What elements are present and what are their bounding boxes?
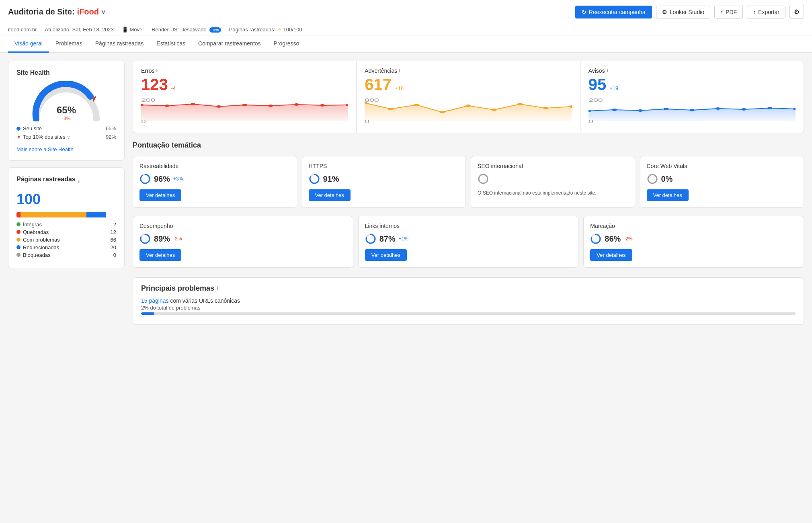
thematic-section: Pontuação temática Rastreabilidade 96% +… — [133, 141, 804, 268]
cwv-circle-icon — [647, 173, 658, 185]
marcacao-details-button[interactable]: Ver detalhes — [590, 249, 632, 261]
score-core-web-vitals: Core Web Vitals 0% Ver detalhes — [640, 156, 804, 208]
metric-advertencias: Advertências ℹ 617 +16 — [357, 61, 580, 133]
svg-point-6 — [242, 104, 247, 106]
header: Auditoria de Site: iFood ∨ ↻ Reexecutar … — [0, 0, 812, 24]
https-details-button[interactable]: Ver detalhes — [309, 189, 351, 201]
rastreabilidade-details-button[interactable]: Ver detalhes — [139, 189, 181, 201]
svg-point-32 — [741, 108, 746, 111]
problem-item: 15 páginas com várias URLs canônicas 2% … — [141, 297, 796, 315]
rastreabilidade-value-row: 96% +3% — [139, 173, 290, 185]
svg-point-4 — [190, 103, 195, 105]
svg-marker-1 — [141, 104, 348, 121]
svg-point-3 — [164, 105, 170, 107]
pages-legend: Íntegras 2 Quebradas 12 Com problemas 66… — [16, 222, 116, 258]
advertencias-chart: 800 0 — [365, 97, 572, 126]
pages-title-row: Páginas rastreadas ℹ — [16, 176, 116, 188]
looker-label: Looker Studio — [670, 9, 704, 15]
score-links-internos: Links internos 87% +1% Ver detalhes — [358, 216, 579, 268]
svg-point-18 — [466, 105, 471, 107]
svg-point-42 — [648, 174, 657, 183]
links-circle-icon — [365, 233, 376, 244]
links-details-button[interactable]: Ver detalhes — [365, 249, 407, 261]
score-seo-internacional: SEO internacional O SEO internacional nã… — [471, 156, 635, 208]
legend-bloqueadas: Bloqueadas 0 — [16, 252, 116, 258]
gauge-percent: 65% — [57, 105, 76, 116]
erros-value-row: 123 -4 — [141, 76, 348, 94]
tab-paginas-rastreadas[interactable]: Páginas rastreadas — [89, 35, 150, 53]
nav-tabs: Visão geral Problemas Páginas rastreadas… — [0, 35, 812, 53]
cwv-details-button[interactable]: Ver detalhes — [647, 189, 689, 201]
tab-estatisticas[interactable]: Estatísticas — [150, 35, 192, 53]
content-grid: Site Health 65% -3% — [8, 61, 804, 325]
desempenho-details-button[interactable]: Ver detalhes — [139, 249, 181, 261]
svg-point-21 — [543, 107, 549, 109]
metric-erros: Erros ℹ 123 -4 — [133, 61, 357, 133]
tab-problemas[interactable]: Problemas — [49, 35, 89, 53]
problems-title: Principais problemas ℹ — [141, 284, 796, 293]
svg-point-27 — [612, 109, 617, 111]
site-health-title: Site Health — [16, 69, 116, 76]
gear-icon: ⚙ — [794, 8, 800, 15]
problem-progress-fill — [141, 312, 154, 315]
problem-progress-bar — [141, 312, 796, 315]
thematic-title: Pontuação temática — [133, 141, 804, 150]
looker-icon: ⚙ — [662, 9, 667, 15]
looker-studio-button[interactable]: ⚙ Looker Studio — [656, 6, 710, 18]
svg-point-33 — [767, 107, 772, 109]
svg-point-19 — [492, 109, 497, 111]
svg-point-5 — [216, 105, 221, 108]
export-label: Exportar — [758, 9, 779, 15]
pdf-button[interactable]: ↑ PDF — [714, 6, 743, 18]
mobile-icon: 📱 — [122, 27, 128, 33]
marcacao-circle-icon — [590, 233, 601, 244]
tab-progresso[interactable]: Progresso — [267, 35, 306, 53]
avisos-label: Avisos ℹ — [588, 68, 796, 74]
header-title-area: Auditoria de Site: iFood ∨ — [8, 7, 105, 16]
pages-crawled-card: Páginas rastreadas ℹ 100 Íntegras 2 Queb… — [8, 167, 125, 268]
gauge-change: -3% — [57, 116, 76, 121]
svg-point-16 — [414, 104, 419, 106]
brand-chevron-icon[interactable]: ∨ — [101, 9, 105, 15]
rerun-campaign-button[interactable]: ↻ Reexecutar campanha — [575, 6, 652, 18]
https-value-row: 91% — [309, 173, 459, 185]
svg-point-29 — [663, 108, 668, 110]
settings-button[interactable]: ⚙ — [789, 5, 804, 19]
pages-info-icon: ℹ — [78, 179, 80, 185]
legend-com-problemas: Com problemas 66 — [16, 237, 116, 243]
legend-quebradas: Quebradas 12 — [16, 229, 116, 235]
tab-visao-geral[interactable]: Visão geral — [8, 35, 49, 53]
score-https: HTTPS 91% Ver detalhes — [302, 156, 466, 208]
brand-name: iFood — [77, 7, 99, 16]
bar-redirected — [86, 212, 107, 217]
problem-link[interactable]: 15 páginas — [141, 297, 169, 304]
avisos-chart: 200 0 — [588, 97, 796, 126]
pages-crawled-title: Páginas rastreadas — [16, 176, 76, 183]
top10-chevron-icon[interactable]: ∨ — [67, 134, 70, 140]
rerun-label: Reexecutar campanha — [589, 9, 646, 15]
export-button[interactable]: ↑ Exportar — [747, 6, 785, 18]
warning-icon: ⚠ — [277, 27, 282, 33]
legend-item-top10: ▼ Top 10% dos sites ∨ 92% — [16, 134, 116, 140]
svg-point-15 — [388, 108, 393, 110]
links-value-row: 87% +1% — [365, 233, 572, 244]
erros-chart: 200 0 — [141, 97, 348, 126]
metrics-row: Erros ℹ 123 -4 — [133, 61, 804, 133]
svg-text:0: 0 — [141, 119, 146, 124]
svg-point-20 — [517, 103, 523, 105]
seo-value-row — [478, 173, 628, 185]
bar-broken — [16, 212, 21, 217]
more-about-site-health-link[interactable]: Mais sobre a Site Health — [16, 146, 74, 152]
new-badge: new — [209, 27, 221, 33]
legend-label-top10: ▼ Top 10% dos sites ∨ — [16, 134, 70, 140]
legend-redirecionadas: Redirecionadas 20 — [16, 244, 116, 250]
tab-comparar[interactable]: Comparar rastreamentos — [192, 35, 267, 53]
pages-bar — [16, 212, 116, 217]
cwv-value-row: 0% — [647, 173, 798, 185]
gauge-center: 65% -3% — [57, 105, 76, 121]
problems-info-icon: ℹ — [217, 286, 219, 291]
dot-problemas — [16, 238, 21, 242]
advertencias-chart-svg: 800 0 — [365, 97, 572, 125]
svg-text:0: 0 — [365, 119, 369, 124]
domain: ifood.com.br — [8, 27, 37, 33]
